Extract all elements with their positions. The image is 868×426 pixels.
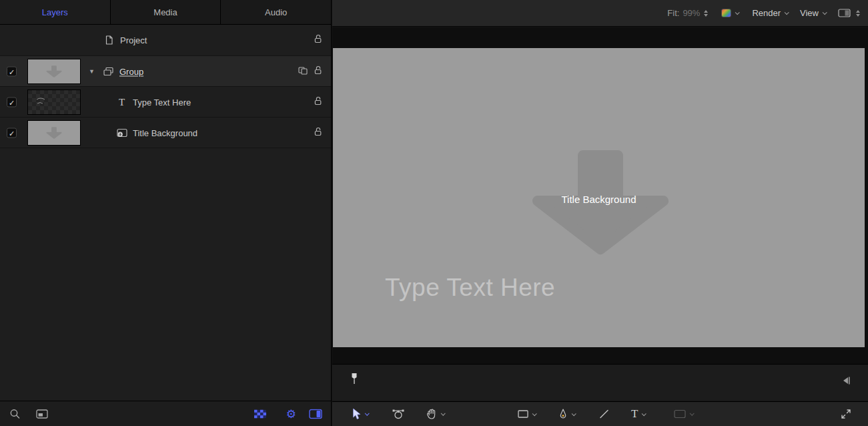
cursor-arrow-icon: [352, 409, 361, 420]
resize-toolbar-control[interactable]: [841, 409, 851, 419]
text-activation-checkbox[interactable]: ✓: [7, 97, 17, 107]
chevron-down-icon: [690, 411, 695, 416]
chevron-down-icon: [441, 411, 446, 416]
unlock-icon[interactable]: [314, 126, 322, 139]
blend-mode-icon: [298, 65, 308, 77]
text-thumb-graphic: [34, 94, 74, 110]
group-activation-checkbox[interactable]: ✓: [7, 66, 17, 76]
view-label: View: [800, 8, 819, 18]
select-transform-tool[interactable]: [352, 409, 368, 420]
text-tool[interactable]: T: [631, 407, 645, 421]
group-thumbnail: [27, 59, 81, 84]
tab-layers[interactable]: Layers: [0, 0, 111, 24]
arrow-thumb-graphic: [45, 126, 63, 140]
paint-stroke-tool[interactable]: [599, 409, 609, 419]
canvas-placeholder-text[interactable]: Type Text Here: [385, 274, 555, 302]
image-mask-tool[interactable]: [674, 410, 693, 419]
line-tool-icon: [599, 409, 609, 419]
unlock-icon[interactable]: [314, 95, 322, 108]
zoom-value[interactable]: 99%: [683, 8, 700, 18]
layer-row-text[interactable]: ✓ T Type Text Here: [0, 87, 331, 118]
chevron-down-icon: [365, 411, 370, 416]
media-layer-icon: [117, 128, 127, 138]
render-label: Render: [752, 8, 781, 18]
text-tool-icon: T: [631, 407, 638, 421]
background-layer-label: Title Background: [133, 128, 197, 138]
channels-menu[interactable]: [721, 9, 739, 17]
color-channels-icon: [721, 9, 731, 17]
display-layout-stepper: [856, 10, 860, 17]
rectangle-tool-icon: [518, 410, 528, 418]
background-activation-checkbox[interactable]: ✓: [7, 128, 17, 138]
chevron-down-icon: [785, 10, 789, 15]
motion-window: Layers Media Audio Project ✓ ▼ Group: [0, 0, 868, 426]
view-menu[interactable]: View: [800, 8, 826, 18]
group-icon: [103, 67, 113, 75]
text-thumbnail: [27, 89, 81, 115]
layer-row-project[interactable]: Project: [0, 25, 331, 56]
image-well-icon: [674, 410, 686, 419]
layers-panel-footer: ⚙: [0, 401, 331, 426]
document-icon: [105, 35, 113, 45]
shape-tool[interactable]: [518, 410, 536, 418]
canvas-area: Title Background Type Text Here: [332, 27, 868, 364]
canvas[interactable]: Title Background Type Text Here: [333, 48, 865, 347]
display-layout-control[interactable]: [838, 9, 860, 17]
hand-icon: [426, 409, 437, 420]
layer-row-group[interactable]: ✓ ▼ Group: [0, 56, 331, 87]
pan-tool[interactable]: [426, 409, 444, 420]
edit-points-icon: [392, 409, 404, 419]
panels-toggle-icon[interactable]: [309, 409, 322, 419]
panel-tabbar: Layers Media Audio: [0, 0, 331, 25]
chevron-down-icon: [823, 10, 827, 15]
preview-area-icon[interactable]: [36, 409, 48, 419]
unlock-icon[interactable]: [314, 65, 322, 77]
gear-icon[interactable]: ⚙: [286, 408, 296, 419]
canvas-toolbar: T: [332, 401, 868, 426]
transparency-checker-icon[interactable]: [254, 409, 266, 418]
chevron-down-icon: [572, 411, 576, 416]
search-icon[interactable]: [9, 408, 21, 419]
chevron-down-icon: [642, 411, 646, 416]
adjust-item-tool[interactable]: [392, 409, 404, 419]
pen-tool-icon: [558, 409, 568, 419]
project-label: Project: [120, 35, 147, 45]
playhead-icon[interactable]: [351, 373, 358, 387]
disclosure-triangle-icon[interactable]: ▼: [89, 68, 95, 75]
tab-audio[interactable]: Audio: [221, 0, 331, 24]
unlock-icon[interactable]: [314, 34, 322, 47]
out-point-marker-icon[interactable]: [841, 375, 851, 387]
tab-media[interactable]: Media: [111, 0, 222, 24]
display-layout-icon: [838, 9, 851, 17]
layers-panel: Layers Media Audio Project ✓ ▼ Group: [0, 0, 332, 426]
chevron-down-icon: [532, 411, 537, 416]
arrow-thumb-graphic: [45, 65, 63, 78]
group-label: Group: [119, 66, 143, 76]
text-layer-label: Type Text Here: [133, 97, 191, 107]
viewer-toolbar: Fit: 99% Render View: [332, 0, 868, 27]
fit-label: Fit:: [667, 8, 679, 18]
chevron-down-icon: [735, 10, 740, 15]
mini-timeline[interactable]: [332, 364, 868, 401]
mask-tool[interactable]: [558, 409, 575, 419]
canvas-title-background-text[interactable]: Title Background: [333, 194, 865, 205]
zoom-stepper[interactable]: [704, 10, 708, 17]
diagonal-resize-icon: [841, 409, 851, 419]
text-layer-icon: T: [119, 96, 125, 108]
layer-row-background[interactable]: ✓ Title Background: [0, 118, 331, 148]
render-menu[interactable]: Render: [752, 8, 788, 18]
background-thumbnail: [27, 120, 81, 146]
